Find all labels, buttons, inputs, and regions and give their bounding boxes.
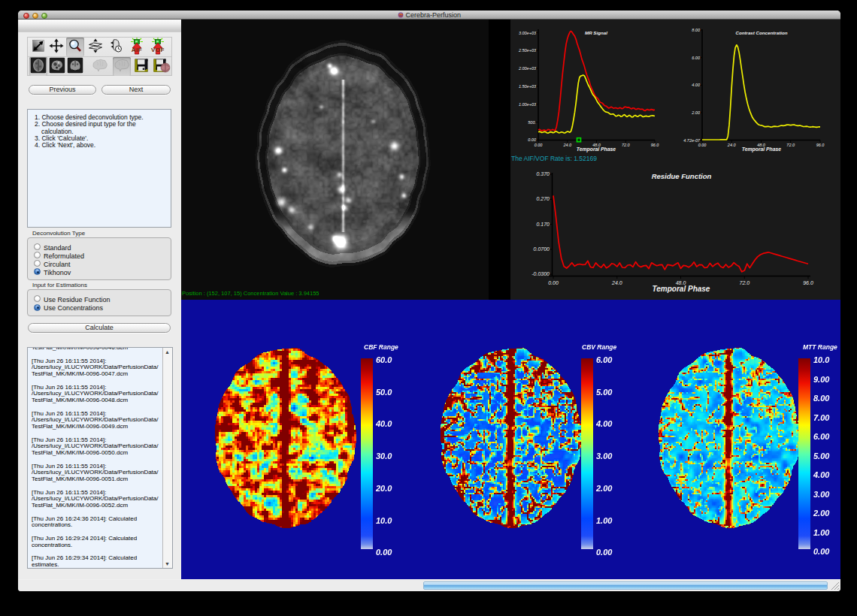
svg-text:24.0: 24.0 [562,143,572,147]
svg-text:Temporal Phase: Temporal Phase [742,146,781,152]
svg-text:2.50e+03: 2.50e+03 [518,48,537,53]
svg-text:6.00: 6.00 [692,56,701,60]
svg-text:2.00: 2.00 [691,110,701,115]
svg-text:96.0: 96.0 [803,280,813,285]
svg-text:72.0: 72.0 [622,143,631,147]
svg-text:4.72e-07: 4.72e-07 [683,138,701,143]
svg-text:The AIF/VOF Rate is: 1.52169: The AIF/VOF Rate is: 1.52169 [511,155,597,162]
svg-text:500.: 500. [528,120,536,125]
svg-text:0.00: 0.00 [534,143,544,147]
svg-text:0.00: 0.00 [698,143,707,147]
svg-text:0.170: 0.170 [536,222,550,227]
svg-text:0.270: 0.270 [536,196,550,201]
svg-text:96.0: 96.0 [651,143,660,147]
svg-text:72.0: 72.0 [739,280,749,285]
svg-text:Contrast Concentration: Contrast Concentration [735,30,787,35]
svg-text:24.0: 24.0 [611,280,622,285]
svg-text:AIF: AIF [132,47,142,53]
svg-text:1.00e+03: 1.00e+03 [519,102,537,107]
svg-text:1.50e+03: 1.50e+03 [519,84,537,89]
svg-text:MR Signal: MR Signal [585,30,607,35]
svg-text:4.00: 4.00 [692,83,701,87]
svg-text:2.00e+03: 2.00e+03 [518,66,537,71]
svg-text:Temporal Phase: Temporal Phase [577,146,616,152]
svg-text:VOF: VOF [151,47,165,53]
svg-text:0.00: 0.00 [548,280,559,285]
svg-text:-0.0300: -0.0300 [531,271,550,276]
svg-text:Temporal Phase: Temporal Phase [653,285,710,293]
svg-text:24.0: 24.0 [727,143,737,147]
svg-text:0.00: 0.00 [528,137,537,142]
svg-text:3.00e+03: 3.00e+03 [519,31,537,35]
svg-text:0.370: 0.370 [536,171,550,177]
svg-text:8.00: 8.00 [692,28,701,32]
svg-text:96.0: 96.0 [816,143,825,147]
svg-text:Residue Function: Residue Function [652,172,712,180]
svg-text:72.0: 72.0 [786,143,795,147]
svg-text:0.0700: 0.0700 [534,246,550,252]
